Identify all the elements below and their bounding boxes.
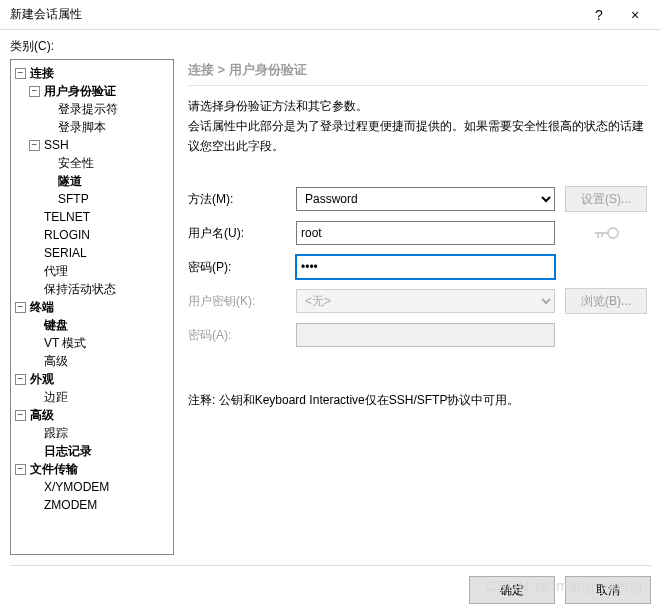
close-button[interactable]: × xyxy=(617,1,653,29)
help-button[interactable]: ? xyxy=(581,1,617,29)
tree-ssh[interactable]: SSH xyxy=(42,136,71,154)
password-label: 密码(P): xyxy=(188,259,296,276)
passphrase-input xyxy=(296,323,555,347)
tree-terminal[interactable]: 终端 xyxy=(28,298,56,316)
tree-trace[interactable]: 跟踪 xyxy=(42,424,70,442)
collapse-icon[interactable]: − xyxy=(15,302,26,313)
tree-telnet[interactable]: TELNET xyxy=(42,208,92,226)
tree-security[interactable]: 安全性 xyxy=(56,154,96,172)
collapse-icon[interactable]: − xyxy=(29,86,40,97)
tree-serial[interactable]: SERIAL xyxy=(42,244,89,262)
right-panel: 连接 > 用户身份验证 请选择身份验证方法和其它参数。 会话属性中此部分是为了登… xyxy=(184,59,651,555)
userkey-label: 用户密钥(K): xyxy=(188,293,296,310)
tree-auth[interactable]: 用户身份验证 xyxy=(42,82,118,100)
password-input[interactable] xyxy=(296,255,555,279)
tree-login-prompt[interactable]: 登录提示符 xyxy=(56,100,120,118)
method-select[interactable]: Password xyxy=(296,187,555,211)
collapse-icon[interactable]: − xyxy=(15,464,26,475)
collapse-icon[interactable]: − xyxy=(15,410,26,421)
settings-button[interactable]: 设置(S)... xyxy=(565,186,647,212)
tree-connection[interactable]: 连接 xyxy=(28,64,56,82)
tree-proxy[interactable]: 代理 xyxy=(42,262,70,280)
svg-point-0 xyxy=(608,228,618,238)
tree-advanced[interactable]: 高级 xyxy=(28,406,56,424)
category-label: 类别(C): xyxy=(10,38,651,55)
titlebar: 新建会话属性 ? × xyxy=(0,0,661,30)
collapse-icon[interactable]: − xyxy=(15,68,26,79)
category-tree[interactable]: −连接 −用户身份验证 登录提示符 登录脚本 −SSH xyxy=(10,59,174,555)
key-icon xyxy=(565,220,647,246)
tree-adv-term[interactable]: 高级 xyxy=(42,352,70,370)
tree-vtmode[interactable]: VT 模式 xyxy=(42,334,88,352)
tree-margin[interactable]: 边距 xyxy=(42,388,70,406)
tree-keepalive[interactable]: 保持活动状态 xyxy=(42,280,118,298)
breadcrumb: 连接 > 用户身份验证 xyxy=(188,61,647,86)
username-label: 用户名(U): xyxy=(188,225,296,242)
collapse-icon[interactable]: − xyxy=(29,140,40,151)
tree-appearance[interactable]: 外观 xyxy=(28,370,56,388)
ok-button[interactable]: 确定 xyxy=(469,576,555,604)
tree-logging[interactable]: 日志记录 xyxy=(42,442,94,460)
collapse-icon[interactable]: − xyxy=(15,374,26,385)
tree-xymodem[interactable]: X/YMODEM xyxy=(42,478,111,496)
description: 请选择身份验证方法和其它参数。 会话属性中此部分是为了登录过程更便捷而提供的。如… xyxy=(188,96,647,156)
note-text: 注释: 公钥和Keyboard Interactive仅在SSH/SFTP协议中… xyxy=(188,392,647,409)
tree-zmodem[interactable]: ZMODEM xyxy=(42,496,99,514)
tree-sftp[interactable]: SFTP xyxy=(56,190,91,208)
passphrase-label: 密码(A): xyxy=(188,327,296,344)
tree-login-script[interactable]: 登录脚本 xyxy=(56,118,108,136)
browse-button[interactable]: 浏览(B)... xyxy=(565,288,647,314)
tree-tunnel[interactable]: 隧道 xyxy=(56,172,84,190)
window-title: 新建会话属性 xyxy=(10,6,581,23)
tree-filetransfer[interactable]: 文件传输 xyxy=(28,460,80,478)
cancel-button[interactable]: 取消 xyxy=(565,576,651,604)
userkey-select: <无> xyxy=(296,289,555,313)
tree-rlogin[interactable]: RLOGIN xyxy=(42,226,92,244)
dialog-footer: 确定 取消 xyxy=(10,565,651,604)
username-input[interactable] xyxy=(296,221,555,245)
method-label: 方法(M): xyxy=(188,191,296,208)
tree-keyboard[interactable]: 键盘 xyxy=(42,316,70,334)
